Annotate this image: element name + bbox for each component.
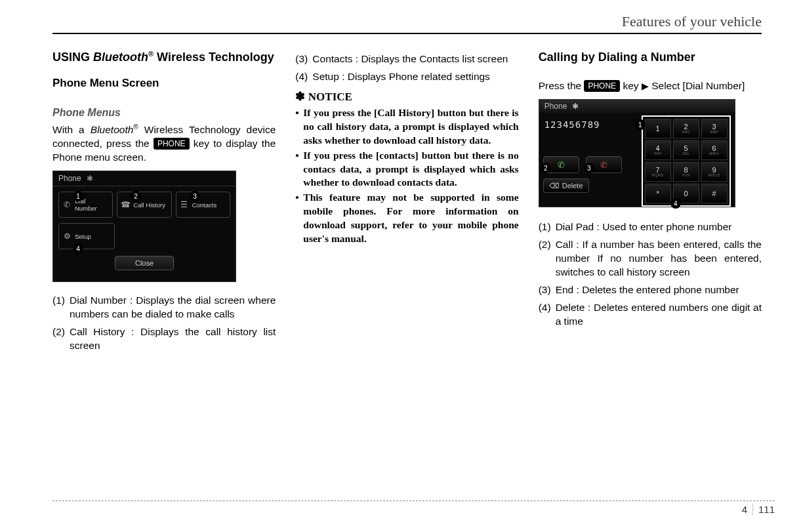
- menu-contacts[interactable]: ☰ Contacts: [176, 192, 230, 218]
- item-number: (2): [52, 325, 70, 353]
- item-number: (1): [52, 294, 70, 321]
- txt: key: [620, 80, 638, 91]
- list-item: (1) Dial Pad : Used to enter phone numbe…: [539, 220, 762, 234]
- bluetooth-icon: ✱: [572, 102, 579, 111]
- item-text: Dial Pad : Used to enter phone number: [556, 220, 762, 234]
- bluetooth-word: Bluetooth: [93, 51, 148, 64]
- bluetooth-word: Bluetooth: [91, 124, 134, 135]
- key-9[interactable]: 9WXYZ: [701, 162, 728, 182]
- close-button[interactable]: Close: [115, 256, 174, 270]
- list-col3: (1) Dial Pad : Used to enter phone numbe…: [539, 220, 762, 328]
- item-text: Setup : Displays Phone related settings: [312, 70, 518, 84]
- callout-2: 2: [541, 163, 551, 173]
- item-text: Call History : Displays the call history…: [70, 325, 276, 353]
- callout-3: 3: [584, 163, 594, 173]
- list-item: (3) End : Deletes the entered phone numb…: [539, 283, 762, 297]
- item-text: Delete : Deletes entered numbers one dig…: [556, 301, 762, 329]
- key-5[interactable]: 5JKL: [673, 140, 699, 160]
- column-3: Calling by Dialing a Number Press the PH…: [539, 50, 762, 357]
- list-item: (4) Setup : Displays Phone related setti…: [295, 70, 518, 84]
- item-number: (2): [539, 238, 556, 279]
- key-8[interactable]: 8TUV: [673, 162, 699, 182]
- section-title-calling: Calling by Dialing a Number: [539, 50, 762, 65]
- bullet-text: If you press the [Call History] button b…: [303, 106, 518, 148]
- page-footer: 4 111: [52, 501, 775, 515]
- header-title: Features of your vehicle: [622, 13, 762, 30]
- subhead-phone-menus: Phone Menus: [52, 107, 276, 119]
- key-hash[interactable]: #: [701, 184, 728, 203]
- history-icon: ☎: [121, 200, 130, 209]
- key-6[interactable]: 6MNO: [701, 140, 728, 160]
- columns: USING Bluetooth® Wireless Technology Pho…: [52, 50, 762, 357]
- dial-icon: ✆: [62, 200, 72, 209]
- callout-4: 4: [670, 198, 681, 209]
- phone-key-badge: PHONE: [154, 138, 190, 150]
- page-header: Features of your vehicle: [52, 13, 762, 34]
- notice-bullet: • This feature may not be supported in s…: [295, 191, 518, 246]
- txt: Select [Dial Number]: [651, 80, 745, 91]
- label: Contacts: [192, 201, 217, 209]
- list-item: (3) Contacts : Displays the Contacts lis…: [295, 52, 518, 66]
- label: Setup: [75, 233, 91, 240]
- column-2: (3) Contacts : Displays the Contacts lis…: [295, 50, 518, 357]
- item-text: Contacts : Displays the Contacts list sc…: [312, 52, 518, 66]
- notice-heading: ✽ NOTICE: [295, 89, 518, 104]
- item-number: (3): [539, 283, 556, 297]
- delete-button[interactable]: ⌫ Delete: [543, 178, 589, 193]
- menu-setup[interactable]: ⚙ Setup: [58, 223, 115, 249]
- list-item: (1) Dial Number : Displays the dial scre…: [52, 294, 276, 321]
- key-star[interactable]: *: [645, 184, 671, 203]
- label: Delete: [562, 182, 583, 190]
- txt: USING: [52, 51, 93, 64]
- key-1[interactable]: 1: [645, 119, 671, 138]
- list-item: (4) Delete : Deletes entered numbers one…: [539, 301, 762, 329]
- bullet-text: If you press the [contacts] button but t…: [303, 149, 518, 190]
- dial-instruction: Press the PHONE key ▶ Select [Dial Numbe…: [539, 79, 762, 93]
- list-col2: (3) Contacts : Displays the Contacts lis…: [295, 52, 518, 84]
- backspace-icon: ⌫: [549, 182, 560, 190]
- item-number: (4): [539, 301, 556, 329]
- list-col1: (1) Dial Number : Displays the dial scre…: [52, 294, 276, 353]
- dial-display: 123456789: [543, 117, 635, 136]
- key-7[interactable]: 7PQRS: [645, 162, 671, 182]
- bullet-dot: •: [295, 149, 303, 190]
- phone-hangup-icon: ✆: [600, 160, 607, 170]
- list-item: (2) Call : If a number has been entered,…: [539, 238, 762, 279]
- contacts-icon: ☰: [180, 200, 189, 209]
- gear-icon: ⚙: [62, 232, 72, 241]
- key-2[interactable]: 2ABC: [673, 119, 699, 138]
- txt: With a: [52, 124, 91, 135]
- screenshot-titlebar: Phone ✱: [539, 100, 735, 113]
- screenshot-title: Phone: [58, 174, 81, 183]
- item-number: (1): [539, 220, 556, 234]
- dial-pad[interactable]: 1 2ABC 3DEF 4GHI 5JKL 6MNO 7PQRS 8TUV 9W…: [642, 115, 731, 207]
- label: Close: [135, 259, 154, 267]
- key-4[interactable]: 4GHI: [645, 140, 671, 160]
- notice-label: NOTICE: [308, 91, 352, 103]
- screenshot-titlebar: Phone ✱: [53, 171, 236, 186]
- txt: Press the: [539, 80, 585, 91]
- bullet-dot: •: [295, 106, 303, 148]
- item-number: (3): [295, 52, 312, 66]
- callout-1: 1: [635, 119, 646, 130]
- menu-call-history[interactable]: ☎ Call History: [117, 192, 171, 218]
- key-3[interactable]: 3DEF: [701, 119, 728, 138]
- screenshot-title: Phone: [544, 102, 567, 111]
- manual-page: Features of your vehicle USING Bluetooth…: [0, 0, 801, 532]
- subhead-phone-menu-screen: Phone Menu Screen: [52, 77, 276, 90]
- bullet-dot: •: [295, 191, 303, 246]
- bluetooth-icon: ✱: [87, 174, 93, 183]
- registered-mark: ®: [133, 123, 138, 131]
- menu-dial-number[interactable]: ✆ Dial Number: [58, 192, 113, 218]
- callout-4: 4: [73, 243, 83, 254]
- registered-mark: ®: [148, 50, 154, 58]
- intro-paragraph: With a Bluetooth® Wireless Technology de…: [52, 123, 276, 165]
- item-number: (4): [295, 70, 312, 84]
- bullet-text: This feature may not be supported in som…: [303, 191, 518, 246]
- notice-bullet: • If you press the [Call History] button…: [295, 106, 518, 148]
- chapter-number: 4: [742, 504, 753, 515]
- phone-menu-screenshot: Phone ✱ ✆ Dial Number ☎ Call History ☰ C…: [52, 171, 236, 282]
- notice-bullet: • If you press the [contacts] button but…: [295, 149, 518, 190]
- phone-pickup-icon: ✆: [558, 160, 565, 170]
- dial-left-panel: 123456789 ✆ ✆ ⌫ Delete: [543, 117, 635, 193]
